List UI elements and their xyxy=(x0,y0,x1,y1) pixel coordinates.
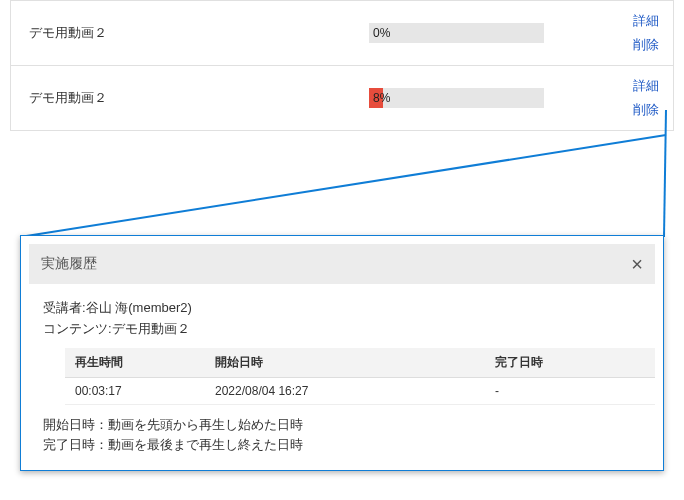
note-end: 完了日時：動画を最後まで再生し終えた日時 xyxy=(43,435,641,456)
history-row: 00:03:17 2022/08/04 16:27 - xyxy=(65,377,655,404)
detail-link[interactable]: 詳細 xyxy=(633,12,659,30)
col-start-dt: 開始日時 xyxy=(205,348,485,378)
col-end-dt: 完了日時 xyxy=(485,348,655,378)
cell-end-dt: - xyxy=(485,377,655,404)
learner-value: 谷山 海(member2) xyxy=(86,300,192,315)
cell-start-dt: 2022/08/04 16:27 xyxy=(205,377,485,404)
learner-label: 受講者: xyxy=(43,300,86,315)
close-icon[interactable]: × xyxy=(631,254,643,274)
video-list-panel: デモ用動画２ 0% 詳細 削除 デモ用動画２ 8% 詳細 削除 xyxy=(10,0,674,131)
progress-label: 0% xyxy=(369,26,390,40)
learner-line: 受講者:谷山 海(member2) xyxy=(43,298,641,319)
video-row: デモ用動画２ 8% 詳細 削除 xyxy=(11,66,673,130)
video-title: デモ用動画２ xyxy=(29,89,369,107)
row-actions: 詳細 削除 xyxy=(633,12,659,54)
progress-bar: 8% xyxy=(369,88,544,108)
row-actions: 詳細 削除 xyxy=(633,77,659,119)
detail-body: 受講者:谷山 海(member2) コンテンツ:デモ用動画２ 再生時間 開始日時… xyxy=(29,284,655,456)
notes: 開始日時：動画を先頭から再生し始めた日時 完了日時：動画を最後まで再生し終えた日… xyxy=(43,415,641,457)
content-value: デモ用動画２ xyxy=(112,321,190,336)
detail-header: 実施履歴 × xyxy=(29,244,655,284)
history-detail-panel: 実施履歴 × 受講者:谷山 海(member2) コンテンツ:デモ用動画２ 再生… xyxy=(20,235,664,471)
detail-link[interactable]: 詳細 xyxy=(633,77,659,95)
col-play-time: 再生時間 xyxy=(65,348,205,378)
content-label: コンテンツ: xyxy=(43,321,112,336)
history-table: 再生時間 開始日時 完了日時 00:03:17 2022/08/04 16:27… xyxy=(65,348,655,405)
note-start: 開始日時：動画を先頭から再生し始めた日時 xyxy=(43,415,641,436)
svg-line-1 xyxy=(20,135,666,237)
content-line: コンテンツ:デモ用動画２ xyxy=(43,319,641,340)
progress-bar: 0% xyxy=(369,23,544,43)
detail-title: 実施履歴 xyxy=(41,255,97,273)
cell-play-time: 00:03:17 xyxy=(65,377,205,404)
delete-link[interactable]: 削除 xyxy=(633,101,659,119)
video-row: デモ用動画２ 0% 詳細 削除 xyxy=(11,1,673,66)
progress-label: 8% xyxy=(369,91,390,105)
video-title: デモ用動画２ xyxy=(29,24,369,42)
delete-link[interactable]: 削除 xyxy=(633,36,659,54)
